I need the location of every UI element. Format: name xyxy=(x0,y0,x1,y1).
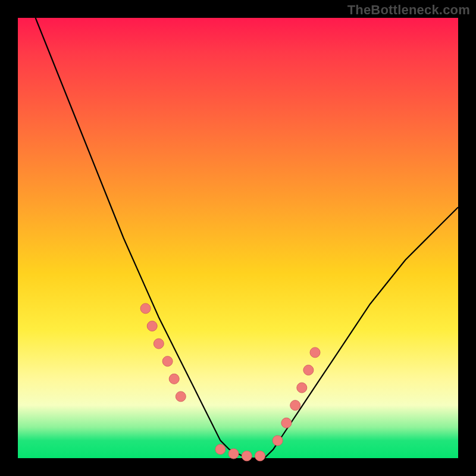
curve-marker xyxy=(140,303,151,314)
bottleneck-curve xyxy=(36,18,458,458)
watermark-text: TheBottleneck.com xyxy=(347,2,470,18)
curve-marker xyxy=(162,356,173,367)
curve-marker xyxy=(215,444,226,455)
curve-marker xyxy=(147,321,157,331)
curve-marker xyxy=(154,339,164,349)
curve-marker xyxy=(169,374,179,384)
curve-marker xyxy=(281,418,292,428)
curve-marker xyxy=(255,451,265,461)
curve-marker xyxy=(228,449,239,459)
curve-marker xyxy=(290,400,300,411)
chart-svg xyxy=(18,18,458,458)
curve-marker xyxy=(273,436,283,446)
chart-frame: TheBottleneck.com xyxy=(0,0,476,476)
curve-marker xyxy=(176,392,186,402)
curve-marker xyxy=(303,365,314,375)
curve-marker xyxy=(297,383,307,393)
curve-marker xyxy=(310,347,320,358)
marker-group xyxy=(140,303,320,461)
plot-area xyxy=(18,18,458,458)
curve-marker xyxy=(242,451,252,461)
